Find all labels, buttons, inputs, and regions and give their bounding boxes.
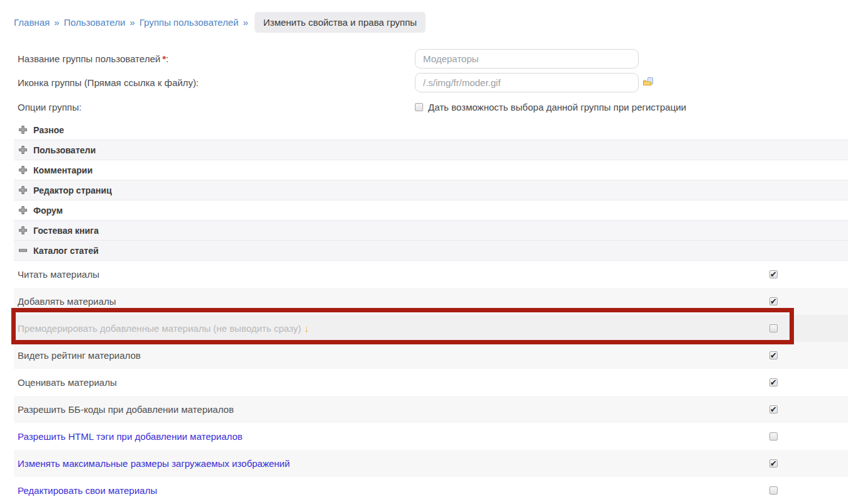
breadcrumb-current-page: Изменить свойства и права группы <box>255 12 426 33</box>
plus-icon <box>19 206 27 214</box>
section-row[interactable]: Каталог статей <box>14 241 848 261</box>
permission-row: Видеть рейтинг материалов✔ <box>14 342 848 369</box>
section-label: Разное <box>33 125 64 135</box>
permission-checkbox[interactable]: ✔ <box>769 378 778 386</box>
permission-checkbox[interactable] <box>769 432 778 441</box>
breadcrumb-separator: » <box>54 17 59 28</box>
minus-icon <box>19 246 27 255</box>
permission-link[interactable]: Изменять максимальные размеры загружаемы… <box>18 458 290 469</box>
group-name-input[interactable] <box>415 49 639 68</box>
down-arrow-icon: ↓ <box>304 323 309 334</box>
permission-row: Премодерировать добавленные материалы (н… <box>14 315 848 342</box>
section-row[interactable]: Гостевая книга <box>14 221 848 241</box>
label-colon: : <box>166 53 168 64</box>
sections-list: РазноеПользователиКомментарииРедактор ст… <box>14 120 848 261</box>
permission-checkbox[interactable] <box>769 324 778 332</box>
permission-checkbox[interactable] <box>769 486 778 495</box>
permissions-list: Читать материалы✔Добавлять материалы✔Пре… <box>14 261 848 504</box>
section-row[interactable]: Комментарии <box>14 160 848 180</box>
registration-option-checkbox[interactable] <box>415 103 423 111</box>
section-row[interactable]: Форум <box>14 200 848 221</box>
permission-link[interactable]: Разрешить HTML тэги при добавлении матер… <box>18 431 243 442</box>
permission-label: Премодерировать добавленные материалы (н… <box>18 323 309 334</box>
breadcrumb-link-users[interactable]: Пользователи <box>63 17 125 28</box>
permission-label: Разрешить ББ-коды при добавлении материа… <box>18 404 234 415</box>
plus-icon <box>19 146 27 154</box>
section-label: Редактор страниц <box>33 185 112 195</box>
section-row[interactable]: Пользователи <box>14 140 848 160</box>
permission-checkbox[interactable]: ✔ <box>769 459 778 468</box>
permission-label: Читать материалы <box>18 269 99 280</box>
file-browse-icon[interactable] <box>642 77 654 88</box>
permission-label: Добавлять материалы <box>18 296 116 307</box>
group-icon-label: Иконка группы (Прямая ссылка к файлу): <box>18 73 199 92</box>
section-label: Комментарии <box>33 165 92 175</box>
group-name-label: Название группы пользователей*: <box>18 49 168 68</box>
group-name-label-text: Название группы пользователей <box>18 53 160 64</box>
section-label: Пользователи <box>33 145 96 155</box>
breadcrumb-link-home[interactable]: Главная <box>14 17 50 28</box>
group-rights-page: Главная » Пользователи » Группы пользова… <box>0 0 848 504</box>
permission-row: Добавлять материалы✔ <box>14 288 848 315</box>
breadcrumb-link-user-groups[interactable]: Группы пользователей <box>140 17 239 28</box>
section-label: Гостевая книга <box>33 226 99 236</box>
permission-row: Редактировать свои материалы <box>14 477 848 504</box>
section-label: Каталог статей <box>33 246 99 256</box>
plus-icon <box>19 166 27 174</box>
permission-checkbox[interactable]: ✔ <box>769 351 778 359</box>
section-row[interactable]: Редактор страниц <box>14 180 848 200</box>
permission-checkbox[interactable]: ✔ <box>769 297 778 305</box>
breadcrumb: Главная » Пользователи » Группы пользова… <box>14 11 426 33</box>
breadcrumb-separator: » <box>129 17 135 28</box>
permission-label: Видеть рейтинг материалов <box>18 350 141 361</box>
group-options-row: Дать возможность выбора данной группы пр… <box>415 97 686 117</box>
breadcrumb-separator: » <box>243 17 248 28</box>
plus-icon <box>19 126 27 134</box>
section-row[interactable]: Разное <box>14 120 848 140</box>
plus-icon <box>19 186 27 194</box>
plus-icon <box>19 226 27 234</box>
permission-checkbox[interactable]: ✔ <box>769 405 778 414</box>
permission-label: Оценивать материалы <box>18 377 117 388</box>
permission-row: Разрешить HTML тэги при добавлении матер… <box>14 423 848 450</box>
permission-link[interactable]: Редактировать свои материалы <box>18 485 157 496</box>
group-icon-url-input[interactable] <box>415 73 639 92</box>
permission-checkbox[interactable]: ✔ <box>769 270 778 278</box>
permission-row: Читать материалы✔ <box>14 261 848 288</box>
permission-row: Разрешить ББ-коды при добавлении материа… <box>14 396 848 423</box>
section-label: Форум <box>33 205 63 216</box>
registration-option-label: Дать возможность выбора данной группы пр… <box>428 102 686 112</box>
group-options-label: Опции группы: <box>18 97 82 117</box>
permission-row: Изменять максимальные размеры загружаемы… <box>14 450 848 477</box>
permission-row: Оценивать материалы✔ <box>14 369 848 396</box>
